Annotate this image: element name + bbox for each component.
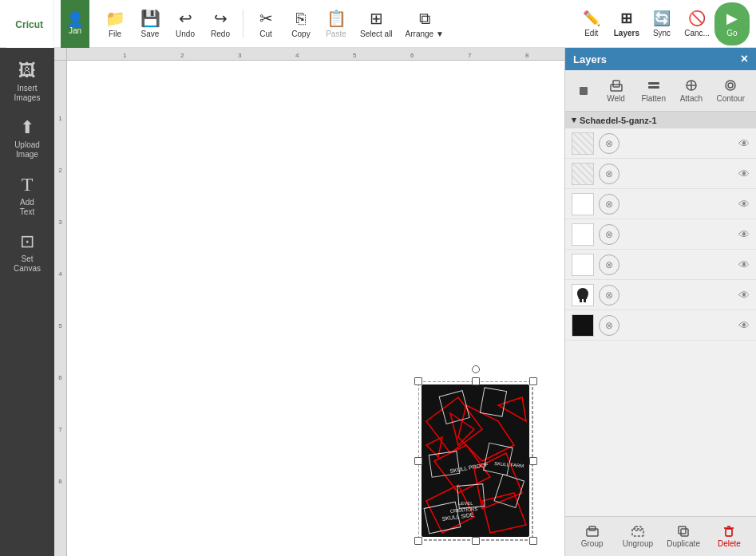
cancel-button[interactable]: 🚫 Canc...: [679, 2, 714, 45]
redo-button[interactable]: ↪ Redo: [204, 2, 236, 45]
duplicate-label: Duplicate: [667, 539, 700, 548]
edit-label: Edit: [584, 29, 598, 37]
layer-row[interactable]: ⊗ 👁: [565, 189, 756, 219]
svg-rect-15: [580, 87, 588, 95]
add-text-icon: T: [22, 174, 34, 195]
group-collapse-icon[interactable]: ▾: [572, 115, 576, 125]
layers-tools: Weld Flatten Attach Contour: [565, 70, 756, 112]
layer-visibility-toggle[interactable]: 👁: [738, 198, 750, 211]
group-name: Schaedel-5-ganz-1: [580, 116, 657, 125]
svg-rect-27: [584, 299, 586, 302]
layer-visibility-toggle[interactable]: 👁: [738, 258, 750, 271]
cut-icon: ✂: [259, 9, 273, 28]
go-label: Go: [726, 29, 737, 37]
layer-row[interactable]: ⊗ 👁: [565, 128, 756, 159]
handle-left-middle[interactable]: [414, 457, 422, 465]
save-button[interactable]: 💾 Save: [134, 2, 166, 45]
attach-button[interactable]: Attach: [674, 75, 708, 106]
layer-thumbnail: [572, 163, 594, 185]
layer-row[interactable]: ⊗ 👁: [565, 159, 756, 189]
add-text-label: Add Text: [20, 198, 34, 217]
layer-row[interactable]: ⊗ 👁: [565, 250, 756, 280]
handle-top-middle[interactable]: [472, 377, 480, 385]
svg-point-24: [728, 83, 733, 88]
sidebar-upload-image[interactable]: ⬆ Upload Image: [3, 111, 51, 166]
upload-image-icon: ⬆: [20, 117, 34, 138]
select-all-button[interactable]: ⊞ Select all: [355, 2, 398, 45]
user-icon: 👤: [66, 12, 84, 26]
undo-button[interactable]: ↩ Undo: [169, 2, 201, 45]
layers-button[interactable]: ⊞ Layers: [609, 2, 644, 45]
sidebar-add-text[interactable]: T Add Text: [3, 168, 51, 223]
weld-label: Weld: [607, 94, 625, 103]
file-button[interactable]: 📁 File: [99, 2, 131, 45]
user-button[interactable]: 👤 Jan: [61, 0, 89, 48]
group-label: Group: [581, 539, 604, 548]
sync-label: Sync: [653, 29, 671, 37]
arrange-label: Arrange ▼: [406, 30, 444, 38]
cancel-icon: 🚫: [688, 10, 706, 27]
cut-label: Cut: [259, 30, 272, 38]
handle-bottom-middle[interactable]: [472, 537, 480, 545]
save-icon: 💾: [141, 9, 160, 28]
delete-label: Delete: [718, 539, 741, 548]
go-icon: ▶: [726, 10, 738, 27]
rotate-handle[interactable]: [472, 365, 480, 373]
arrange-button[interactable]: ⧉ Arrange ▼: [401, 2, 449, 45]
weld-button[interactable]: Weld: [599, 75, 633, 106]
layer-visibility-toggle[interactable]: 👁: [738, 289, 750, 302]
group-button[interactable]: Group: [572, 522, 612, 551]
layer-thumbnail: [572, 193, 594, 215]
layer-row[interactable]: ⊗ 👁: [565, 280, 756, 310]
white-canvas: SKULL PROOF SKULL FARM SKULL SIDE LEVEL …: [67, 61, 610, 556]
contour-label: Contour: [716, 94, 745, 103]
layer-visibility-toggle[interactable]: 👁: [738, 228, 750, 241]
undo-icon: ↩: [179, 9, 192, 28]
layer-x-icon: ⊗: [599, 224, 619, 245]
layer-row[interactable]: ⊗ 👁: [565, 310, 756, 341]
sidebar-set-canvas[interactable]: ⊡ Set Canvas: [3, 225, 51, 280]
paste-button[interactable]: 📋 Paste: [320, 2, 352, 45]
svg-rect-19: [648, 86, 659, 89]
upload-image-label: Upload Image: [14, 140, 40, 160]
redo-icon: ↪: [214, 9, 228, 28]
flatten-button[interactable]: Flatten: [636, 75, 671, 106]
design-object[interactable]: SKULL PROOF SKULL FARM SKULL SIDE LEVEL …: [418, 381, 533, 541]
set-canvas-icon: ⊡: [20, 231, 34, 252]
sync-button[interactable]: 🔄 Sync: [644, 2, 679, 45]
ungroup-label: Ungroup: [623, 539, 653, 548]
go-button[interactable]: ▶ Go: [714, 2, 750, 45]
svg-text:Cricut: Cricut: [15, 18, 43, 30]
layer-row[interactable]: ⊗ 👁: [565, 219, 756, 250]
handle-top-right[interactable]: [529, 377, 537, 385]
layer-thumbnail: [572, 254, 594, 276]
svg-point-23: [726, 81, 735, 90]
handle-bottom-right[interactable]: [529, 537, 537, 545]
layer-visibility-toggle[interactable]: 👁: [738, 319, 750, 332]
right-toolbar: ✏️ Edit ⊞ Layers 🔄 Sync 🚫 Canc... ▶ Go: [574, 2, 750, 45]
cut-button[interactable]: ✂ Cut: [250, 2, 282, 45]
design-svg: SKULL PROOF SKULL FARM SKULL SIDE LEVEL …: [418, 381, 533, 541]
layer-visibility-toggle[interactable]: 👁: [738, 168, 750, 180]
svg-text:LEVEL: LEVEL: [458, 501, 473, 506]
copy-button[interactable]: ⎘ Copy: [285, 2, 317, 45]
delete-button[interactable]: Delete: [709, 522, 750, 551]
edit-button[interactable]: ✏️ Edit: [574, 2, 609, 45]
redo-label: Redo: [211, 30, 230, 38]
handle-right-middle[interactable]: [529, 457, 537, 465]
svg-rect-16: [611, 85, 622, 91]
user-label: Jan: [69, 26, 81, 35]
sync-icon: 🔄: [653, 10, 671, 27]
contour-button[interactable]: Contour: [711, 75, 750, 106]
layers-label: Layers: [614, 29, 639, 37]
ungroup-button[interactable]: Ungroup: [617, 522, 658, 551]
undo-label: Undo: [176, 30, 195, 38]
handle-top-left[interactable]: [414, 377, 422, 385]
layers-panel: Layers × Weld Flatten Attach Contour: [564, 48, 756, 556]
sidebar-insert-images[interactable]: 🖼 Insert Images: [3, 54, 51, 109]
layer-visibility-toggle[interactable]: 👁: [738, 137, 750, 150]
duplicate-button[interactable]: Duplicate: [663, 522, 704, 551]
handle-bottom-left[interactable]: [414, 537, 422, 545]
layers-panel-close[interactable]: ×: [741, 53, 748, 65]
select-all-label: Select all: [360, 30, 393, 38]
